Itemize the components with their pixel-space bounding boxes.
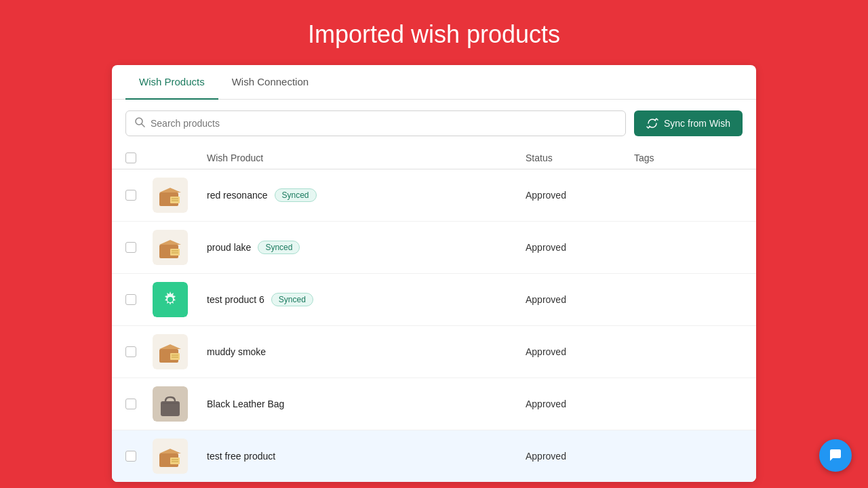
sync-icon <box>646 117 658 129</box>
main-card: Wish Products Wish Connection Sync from … <box>112 65 756 482</box>
svg-point-15 <box>167 297 173 302</box>
status-cell: Approved <box>526 399 634 409</box>
chat-icon <box>828 448 843 463</box>
status-cell: Approved <box>526 346 634 357</box>
row-checkbox-cell <box>125 294 153 305</box>
product-name-cell: red resonance Synced <box>207 188 526 202</box>
toolbar: Sync from Wish <box>112 100 756 147</box>
product-name: test product 6 <box>207 294 264 305</box>
product-name: Black Leather Bag <box>207 399 284 409</box>
header-checkbox-cell <box>125 152 153 163</box>
product-name: test free product <box>207 451 275 462</box>
table-row: red resonance Synced Approved <box>112 169 756 222</box>
row-checkbox-cell <box>125 451 153 462</box>
header-thumb <box>153 152 207 163</box>
header-status: Status <box>526 152 634 163</box>
table-row: test free product Approved <box>112 430 756 482</box>
product-name: muddy smoke <box>207 346 266 357</box>
row-checkbox[interactable] <box>125 190 136 201</box>
product-name: proud lake <box>207 242 251 253</box>
tabs-bar: Wish Products Wish Connection <box>112 65 756 100</box>
synced-badge: Synced <box>275 188 317 202</box>
search-wrapper <box>125 110 626 136</box>
svg-rect-24 <box>162 403 178 404</box>
status-cell: Approved <box>526 294 634 305</box>
product-name-cell: Black Leather Bag <box>207 399 526 409</box>
svg-line-1 <box>142 124 144 127</box>
product-thumbnail <box>153 230 188 265</box>
page-title: Imported wish products <box>308 20 560 49</box>
table-row: proud lake Synced Approved <box>112 222 756 274</box>
table-row: muddy smoke Approved <box>112 326 756 378</box>
row-checkbox-cell <box>125 346 153 357</box>
product-name-cell: muddy smoke <box>207 346 526 357</box>
row-checkbox-cell <box>125 190 153 201</box>
product-name: red resonance <box>207 190 268 201</box>
select-all-checkbox[interactable] <box>125 152 136 163</box>
svg-rect-5 <box>170 197 180 203</box>
table-row: test product 6 Synced Approved <box>112 274 756 326</box>
status-cell: Approved <box>526 451 634 462</box>
product-thumbnail <box>153 178 188 213</box>
search-icon <box>134 117 145 130</box>
sync-from-wish-button[interactable]: Sync from Wish <box>634 110 743 136</box>
svg-rect-28 <box>170 458 180 464</box>
header-product: Wish Product <box>207 152 526 163</box>
product-thumbnail <box>153 439 188 474</box>
row-checkbox[interactable] <box>125 399 136 409</box>
tab-wish-connection[interactable]: Wish Connection <box>218 65 322 100</box>
row-checkbox[interactable] <box>125 451 136 462</box>
sync-button-label: Sync from Wish <box>664 118 730 129</box>
search-input[interactable] <box>151 118 617 129</box>
header-tags: Tags <box>634 152 743 163</box>
synced-badge: Synced <box>271 293 313 306</box>
row-checkbox-cell <box>125 399 153 409</box>
status-cell: Approved <box>526 242 634 253</box>
row-checkbox-cell <box>125 242 153 253</box>
svg-rect-19 <box>170 353 180 360</box>
product-name-cell: test product 6 Synced <box>207 293 526 306</box>
product-thumbnail <box>153 386 188 422</box>
product-thumbnail <box>153 282 188 317</box>
tab-wish-products[interactable]: Wish Products <box>125 65 218 100</box>
table-row: Black Leather Bag Approved <box>112 378 756 430</box>
table-header: Wish Product Status Tags <box>112 147 756 169</box>
gear-icon <box>160 289 180 310</box>
row-checkbox[interactable] <box>125 242 136 253</box>
chat-button[interactable] <box>819 439 852 472</box>
row-checkbox[interactable] <box>125 294 136 305</box>
status-cell: Approved <box>526 190 634 201</box>
product-thumbnail <box>153 334 188 369</box>
synced-badge: Synced <box>258 241 300 254</box>
row-checkbox[interactable] <box>125 346 136 357</box>
svg-rect-11 <box>170 249 180 256</box>
product-name-cell: test free product <box>207 451 526 462</box>
product-name-cell: proud lake Synced <box>207 241 526 254</box>
